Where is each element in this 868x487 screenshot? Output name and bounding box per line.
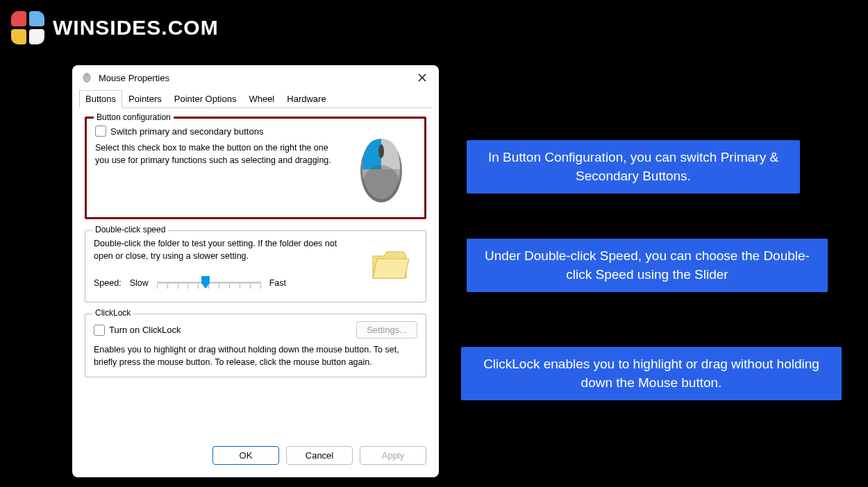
tab-hardware[interactable]: Hardware [281, 90, 332, 108]
cancel-button[interactable]: Cancel [286, 446, 353, 465]
double-click-group: Double-click speed Double-click the fold… [85, 230, 426, 302]
svg-point-4 [363, 165, 399, 201]
tab-pointer-options[interactable]: Pointer Options [168, 90, 243, 108]
double-click-description: Double-click the folder to test your set… [94, 238, 355, 262]
ok-button[interactable]: OK [212, 446, 279, 465]
clicklock-description: Enables you to highlight or drag without… [94, 344, 417, 368]
tab-strip: Buttons Pointers Pointer Options Wheel H… [79, 90, 432, 108]
brand-logo: WINSIDES.COM [11, 11, 219, 44]
clicklock-settings-button[interactable]: Settings... [356, 321, 417, 339]
svg-point-3 [378, 144, 384, 158]
dialog-button-row: OK Cancel Apply [72, 446, 439, 477]
folder-test-icon[interactable] [362, 238, 417, 293]
button-config-group: Button configuration Switch primary and … [85, 117, 426, 219]
annotation-double-click: Under Double-click Speed, you can choose… [467, 239, 828, 292]
switch-buttons-label: Switch primary and secondary buttons [110, 126, 263, 137]
switch-buttons-checkbox[interactable] [95, 126, 106, 137]
annotation-button-config: In Button Configuration, you can switch … [467, 140, 800, 194]
button-config-description: Select this check box to make the button… [95, 142, 340, 166]
button-config-legend: Button configuration [94, 112, 174, 122]
clicklock-group: ClickLock Turn on ClickLock Settings... … [85, 314, 426, 377]
slow-label: Slow [130, 278, 149, 288]
double-click-legend: Double-click speed [92, 225, 168, 234]
clicklock-checkbox[interactable] [94, 325, 105, 336]
dialog-title: Mouse Properties [99, 73, 169, 83]
logo-icon [11, 11, 44, 44]
tab-buttons[interactable]: Buttons [79, 90, 122, 108]
slider-thumb-icon[interactable] [200, 276, 211, 289]
clicklock-legend: ClickLock [92, 308, 133, 318]
titlebar: Mouse Properties [72, 65, 439, 90]
fast-label: Fast [269, 278, 286, 288]
apply-button[interactable]: Apply [360, 446, 426, 465]
tab-pointers[interactable]: Pointers [122, 90, 168, 108]
mouse-properties-dialog: Mouse Properties Buttons Pointers Pointe… [72, 65, 439, 477]
annotation-clicklock: ClickLock enables you to highlight or dr… [461, 347, 842, 400]
tab-content: Button configuration Switch primary and … [72, 108, 439, 446]
tab-wheel[interactable]: Wheel [242, 90, 281, 108]
brand-name: WINSIDES.COM [53, 16, 219, 40]
close-button[interactable] [411, 68, 433, 87]
speed-label: Speed: [94, 278, 122, 288]
speed-slider[interactable] [157, 275, 261, 291]
mouse-illustration [347, 126, 416, 209]
clicklock-label: Turn on ClickLock [109, 325, 181, 335]
mouse-icon [81, 73, 93, 83]
